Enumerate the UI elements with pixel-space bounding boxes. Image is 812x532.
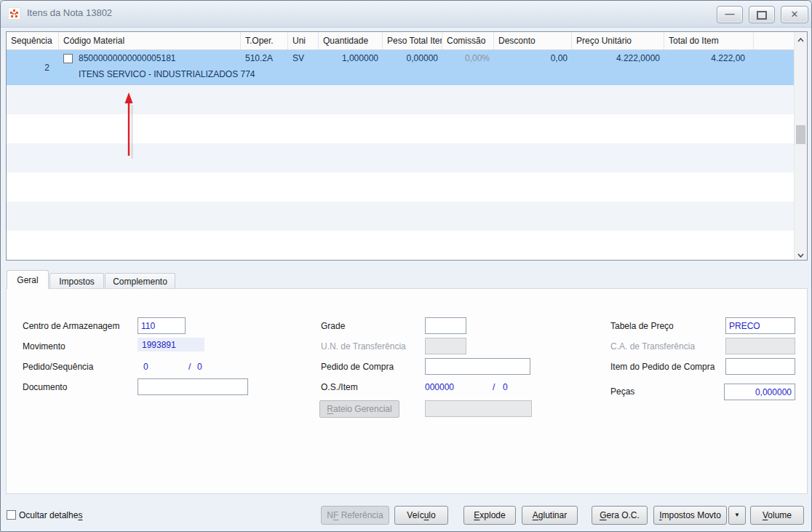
empty-grid-row bbox=[7, 85, 794, 114]
os-item-value: 0 bbox=[503, 382, 508, 392]
ocultar-detalhes-label[interactable]: Ocultar detalhes bbox=[19, 510, 82, 520]
impostos-movto-dropdown-button[interactable]: ▼ bbox=[728, 506, 746, 525]
col-header-codigo-material[interactable]: Código Material bbox=[59, 32, 241, 49]
item-pedido-compra-label: Item do Pedido de Compra bbox=[610, 362, 715, 372]
minimize-icon: — bbox=[725, 8, 735, 19]
cell-preco-unitario: 4.222,0000 bbox=[572, 53, 664, 63]
app-icon bbox=[8, 7, 20, 20]
rateio-gerencial-field bbox=[425, 400, 532, 417]
cell-peso-total-item: 0,00000 bbox=[383, 53, 442, 63]
col-header-quantidade[interactable]: Quantidade bbox=[319, 32, 383, 49]
cell-desconto: 0,00 bbox=[494, 53, 572, 63]
col-header-desconto[interactable]: Desconto bbox=[494, 32, 572, 49]
col-header-uni[interactable]: Uni bbox=[288, 32, 319, 49]
col-header-t-oper[interactable]: T.Oper. bbox=[241, 32, 288, 49]
gera-oc-button[interactable]: Gera O.C. bbox=[592, 506, 648, 525]
empty-grid-row bbox=[7, 231, 794, 260]
movimento-value: 1993891 bbox=[138, 338, 204, 352]
impostos-movto-button[interactable]: Impostos Movto bbox=[653, 506, 727, 525]
empty-grid-row bbox=[7, 114, 794, 143]
nf-referencia-button: NF Referência bbox=[321, 506, 389, 525]
col-header-comissao[interactable]: Comissão bbox=[442, 32, 494, 49]
ca-transferencia-field bbox=[725, 338, 795, 354]
os-separator: / bbox=[493, 382, 495, 392]
items-window: Itens da Nota 13802 — ✕ Sequência Código… bbox=[0, 0, 812, 532]
rateio-gerencial-button: Rateio Gerencial bbox=[319, 400, 399, 418]
col-header-total-do-item[interactable]: Total do Item bbox=[664, 32, 754, 49]
tab-complemento[interactable]: Complemento bbox=[105, 273, 175, 289]
centro-de-armazenagem-label: Centro de Armazenagem bbox=[23, 321, 119, 331]
pedido-value: 0 bbox=[143, 362, 148, 372]
volume-button[interactable]: Volume bbox=[750, 506, 804, 525]
un-transferencia-field bbox=[425, 338, 466, 354]
cell-descricao: ITENS SERVICO - INDUSTRIALIZADOS 774 bbox=[79, 69, 255, 79]
titlebar[interactable]: Itens da Nota 13802 — ✕ bbox=[1, 1, 811, 28]
documento-field[interactable] bbox=[138, 378, 248, 395]
pecas-label: Peças bbox=[610, 386, 634, 397]
pedido-de-compra-field[interactable] bbox=[425, 358, 530, 375]
empty-grid-row bbox=[7, 143, 794, 172]
sequencia-value: 0 bbox=[197, 362, 202, 372]
explode-button[interactable]: Explode bbox=[463, 506, 516, 525]
minimize-button[interactable]: — bbox=[717, 6, 743, 23]
items-grid: Sequência Código Material T.Oper. Uni Qu… bbox=[6, 31, 808, 261]
tab-impostos[interactable]: Impostos bbox=[49, 273, 104, 289]
aglutinar-button[interactable]: Aglutinar bbox=[522, 506, 578, 525]
pecas-field[interactable] bbox=[724, 384, 795, 400]
pedido-separator: / bbox=[188, 362, 191, 372]
ca-transferencia-label: C.A. de Transferência bbox=[610, 341, 695, 352]
cell-comissao: 0,00% bbox=[442, 53, 494, 63]
cell-quantidade: 1,000000 bbox=[319, 53, 383, 63]
col-header-sequencia[interactable]: Sequência bbox=[7, 32, 59, 49]
col-header-peso-total-item[interactable]: Peso Total Item bbox=[383, 32, 442, 49]
cell-uni: SV bbox=[288, 53, 319, 63]
empty-grid-row bbox=[7, 202, 794, 231]
col-header-filler bbox=[754, 32, 794, 49]
os-value: 000000 bbox=[425, 382, 454, 392]
window-title: Itens da Nota 13802 bbox=[27, 7, 112, 18]
grade-label: Grade bbox=[321, 321, 345, 331]
un-transferencia-label: U.N. de Transferência bbox=[321, 341, 406, 352]
tabela-de-preco-label: Tabela de Preço bbox=[610, 321, 674, 331]
vertical-scrollbar[interactable] bbox=[794, 32, 807, 260]
item-pedido-compra-field[interactable] bbox=[725, 358, 795, 375]
veiculo-button[interactable]: Veículo bbox=[394, 506, 448, 525]
pedido-de-compra-label: Pedido de Compra bbox=[321, 362, 394, 372]
close-button[interactable]: ✕ bbox=[781, 6, 808, 23]
cell-total-do-item: 4.222,00 bbox=[664, 53, 754, 63]
pedido-sequencia-label: Pedido/Sequência bbox=[23, 362, 93, 372]
scroll-up-icon[interactable] bbox=[795, 32, 807, 44]
centro-de-armazenagem-field[interactable] bbox=[138, 317, 186, 334]
scrollbar-thumb[interactable] bbox=[796, 125, 805, 144]
scroll-down-icon[interactable] bbox=[795, 247, 807, 260]
cell-codigo-material: 85000000000000005181 bbox=[59, 53, 241, 63]
tab-panel-geral bbox=[6, 288, 808, 494]
tabela-de-preco-field[interactable] bbox=[725, 317, 795, 334]
table-row-selected[interactable]: 2 85000000000000005181 510.2A SV 1,00000… bbox=[7, 50, 794, 85]
maximize-icon bbox=[757, 11, 767, 20]
close-icon: ✕ bbox=[791, 9, 799, 20]
movimento-label: Movimento bbox=[23, 341, 65, 352]
grid-header: Sequência Código Material T.Oper. Uni Qu… bbox=[7, 32, 794, 50]
tab-geral[interactable]: Geral bbox=[7, 270, 49, 289]
cell-t-oper: 510.2A bbox=[241, 53, 288, 63]
grade-field[interactable] bbox=[425, 317, 466, 334]
os-item-label: O.S./Item bbox=[321, 382, 358, 392]
empty-grid-row bbox=[7, 172, 794, 202]
col-header-preco-unitario[interactable]: Preço Unitário bbox=[572, 32, 664, 49]
dropdown-arrow-icon: ▼ bbox=[734, 512, 740, 518]
ocultar-detalhes-checkbox[interactable] bbox=[7, 510, 16, 520]
documento-label: Documento bbox=[23, 382, 67, 392]
maximize-button[interactable] bbox=[749, 6, 775, 23]
